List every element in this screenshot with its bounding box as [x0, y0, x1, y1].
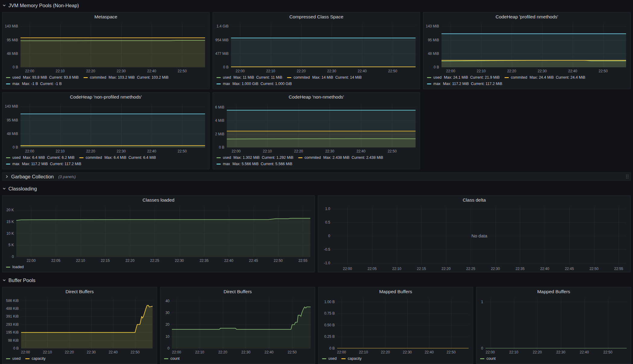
legend-item-used[interactable]: usedMax: 93.8 MiB Current: 93.8 MiB — [6, 75, 79, 80]
chart-plot[interactable]: 22:0022:1022:2022:3022:4022:500 B477 MiB… — [213, 21, 420, 74]
legend-item-used[interactable]: usedMax: 11 MiB Current: 11 MiB — [217, 75, 282, 80]
svg-text:-1.0: -1.0 — [324, 261, 330, 265]
svg-text:22:50: 22:50 — [388, 69, 397, 73]
svg-text:0: 0 — [167, 346, 169, 350]
legend-item-max[interactable]: maxMax: 1.000 GiB Current: 1.000 GiB — [217, 81, 292, 86]
svg-text:22:20: 22:20 — [442, 267, 451, 271]
legend-item-commited[interactable]: commitedMax: 6.4 MiB Current: 6.4 MiB — [79, 155, 156, 160]
svg-text:20 K: 20 K — [6, 208, 14, 212]
chart-plot[interactable]: 22:0022:1022:2022:3022:4022:500 B2 MiB4 … — [213, 102, 420, 155]
legend-series-name: used — [223, 155, 231, 160]
legend-item-used[interactable]: usedMax: 1.302 MiB Current: 1.292 MiB — [217, 155, 293, 160]
chart-plot[interactable]: 22:0022:1022:2022:3022:4022:500 B48 MiB9… — [2, 102, 209, 155]
svg-text:98 KiB: 98 KiB — [8, 338, 19, 343]
row-title-classloading: Classloading — [8, 186, 37, 192]
row-header-garbage-collection[interactable]: Garbage Collection (3 panels) — [2, 172, 631, 181]
legend-item-used[interactable]: used — [6, 356, 21, 361]
svg-text:22:10: 22:10 — [76, 259, 85, 263]
legend-series-stats: Max: 117.2 MiB Current: 117.2 MiB — [22, 162, 81, 167]
chart-plot[interactable]: 22:0022:1022:2022:3022:4022:500 B0.25 B0… — [318, 296, 473, 356]
legend-item-commited[interactable]: commitedMax: 103.2 MiB Current: 103.2 Mi… — [84, 75, 169, 80]
svg-text:22:30: 22:30 — [117, 69, 126, 73]
svg-text:22:20: 22:20 — [65, 350, 74, 354]
panel-title[interactable]: Classes loaded — [2, 196, 315, 205]
chart-canvas: 22:0022:1022:2022:3022:4022:50010203040 — [160, 296, 315, 356]
svg-text:195 KiB: 195 KiB — [6, 330, 19, 334]
legend-item-commited[interactable]: commitedMax: 2.438 MiB Current: 2.438 Mi… — [298, 155, 383, 160]
chart-plot[interactable]: 22:0022:1022:2022:3022:4022:500 B48 MiB9… — [423, 21, 630, 74]
panel-title[interactable]: Metaspace — [2, 12, 209, 21]
panel-title[interactable]: Mapped Buffers — [476, 287, 631, 296]
legend-item-count[interactable]: count — [480, 356, 496, 361]
legend: usedcapacity — [318, 356, 473, 364]
legend-swatch — [164, 358, 168, 359]
legend-item-commited[interactable]: commitedMax: 14 MiB Current: 14 MiB — [287, 75, 362, 80]
chart-plot[interactable]: 22:0022:1022:2022:3022:4022:500 B98 KiB1… — [2, 296, 157, 356]
svg-text:22:10: 22:10 — [55, 69, 65, 73]
legend-swatch — [505, 77, 509, 78]
chart-plot[interactable]: 22:0022:1022:2022:3022:4022:50010203040 — [160, 296, 315, 356]
svg-text:0 B: 0 B — [13, 65, 18, 69]
svg-text:22:00: 22:00 — [232, 149, 241, 153]
legend-swatch — [427, 77, 431, 78]
legend-item-used[interactable]: usedMax: 6.4 MiB Current: 6.2 MiB — [6, 155, 74, 160]
chart-canvas: 22:0022:0522:1022:1522:2022:2522:3022:35… — [2, 205, 315, 264]
legend-item-used[interactable]: used — [322, 356, 337, 361]
row-header-jvm-memory-pools[interactable]: JVM Memory Pools (Non-Heap) — [2, 1, 79, 10]
svg-text:1.00 B: 1.00 B — [324, 300, 335, 304]
svg-text:2 MiB: 2 MiB — [215, 132, 224, 136]
legend-item-max[interactable]: maxMax: -1 B Current: -1 B — [6, 81, 62, 86]
svg-text:22:45: 22:45 — [249, 259, 258, 263]
svg-text:143 MiB: 143 MiB — [5, 24, 18, 28]
buffer-pools-panels-row: Direct Buffers22:0022:1022:2022:3022:402… — [2, 287, 631, 364]
row-header-classloading[interactable]: Classloading — [2, 184, 37, 193]
legend-item-max[interactable]: maxMax: 5.566 MiB Current: 5.566 MiB — [217, 162, 292, 167]
legend: usedMax: 1.302 MiB Current: 1.292 MiBcom… — [213, 155, 420, 169]
legend-swatch — [84, 77, 88, 78]
legend-series-name: used — [433, 75, 442, 80]
row-header-buffer-pools[interactable]: Buffer Pools — [2, 276, 36, 284]
legend-series-stats: Max: 24.4 MiB Current: 24.4 MiB — [530, 75, 585, 80]
svg-text:22:10: 22:10 — [359, 350, 368, 354]
panel-title[interactable]: Mapped Buffers — [318, 287, 473, 296]
panel-direct-buffers-bytes: Direct Buffers22:0022:1022:2022:3022:402… — [2, 287, 157, 364]
svg-text:4 MiB: 4 MiB — [215, 118, 224, 123]
legend-item-max[interactable]: maxMax: 117.2 MiB Current: 117.2 MiB — [427, 81, 502, 86]
row-title-jvm-memory-pools: JVM Memory Pools (Non-Heap) — [8, 3, 79, 8]
svg-text:22:00: 22:00 — [25, 149, 34, 153]
legend: usedMax: 6.4 MiB Current: 6.2 MiBcommite… — [2, 155, 209, 169]
legend-item-capacity[interactable]: capacity — [25, 356, 46, 361]
svg-text:48 MiB: 48 MiB — [7, 52, 18, 56]
chart-plot[interactable]: 22:0022:1022:2022:3022:4022:500 B48 MiB9… — [2, 21, 209, 74]
legend: count — [476, 356, 631, 364]
legend-item-commited[interactable]: commitedMax: 24.4 MiB Current: 24.4 MiB — [505, 75, 585, 80]
drag-handle-icon[interactable] — [626, 174, 629, 179]
panel-title[interactable]: CodeHeap 'non-profiled nmethods' — [2, 93, 209, 102]
chart-plot[interactable]: 22:0022:0522:1022:1522:2022:2522:3022:35… — [318, 205, 630, 272]
legend-series-stats: Max: 103.2 MiB Current: 103.2 MiB — [109, 75, 169, 80]
legend-swatch — [6, 83, 10, 84]
chart-plot[interactable]: 22:0022:0522:1022:1522:2022:2522:3022:35… — [2, 205, 315, 264]
legend-series-name: commited — [293, 75, 310, 80]
chart-plot[interactable]: 22:0022:1022:2022:3022:4022:5001 — [476, 296, 631, 356]
svg-text:22:00: 22:00 — [343, 267, 352, 271]
panel-title[interactable]: CodeHeap 'profiled nmethods' — [423, 12, 630, 21]
svg-text:48 MiB: 48 MiB — [428, 52, 439, 56]
legend-item-max[interactable]: maxMax: 117.2 MiB Current: 117.2 MiB — [6, 162, 81, 167]
legend-item-used[interactable]: usedMax: 24.1 MiB Current: 21.9 MiB — [427, 75, 500, 80]
legend: usedcapacity — [2, 356, 157, 364]
jvm-panels-row-2: CodeHeap 'non-profiled nmethods'22:0022:… — [2, 92, 631, 169]
legend-series-stats: Max: 2.438 MiB Current: 2.438 MiB — [323, 155, 383, 160]
panel-title[interactable]: Direct Buffers — [160, 287, 315, 296]
panel-title[interactable]: Compressed Class Space — [213, 12, 420, 21]
panel-title[interactable]: Class delta — [318, 196, 630, 205]
panel-title[interactable]: CodeHeap 'non-nmethods' — [213, 93, 420, 102]
legend-item-count[interactable]: count — [164, 356, 180, 361]
legend: usedMax: 11 MiB Current: 11 MiBcommitedM… — [213, 74, 420, 89]
legend-series-name: commited — [511, 75, 527, 80]
legend-series-name: max — [12, 162, 20, 167]
legend-item-loaded[interactable]: loaded — [6, 265, 24, 270]
panel-title[interactable]: Direct Buffers — [2, 287, 157, 296]
legend-item-capacity[interactable]: capacity — [341, 356, 362, 361]
svg-text:22:35: 22:35 — [515, 267, 524, 271]
